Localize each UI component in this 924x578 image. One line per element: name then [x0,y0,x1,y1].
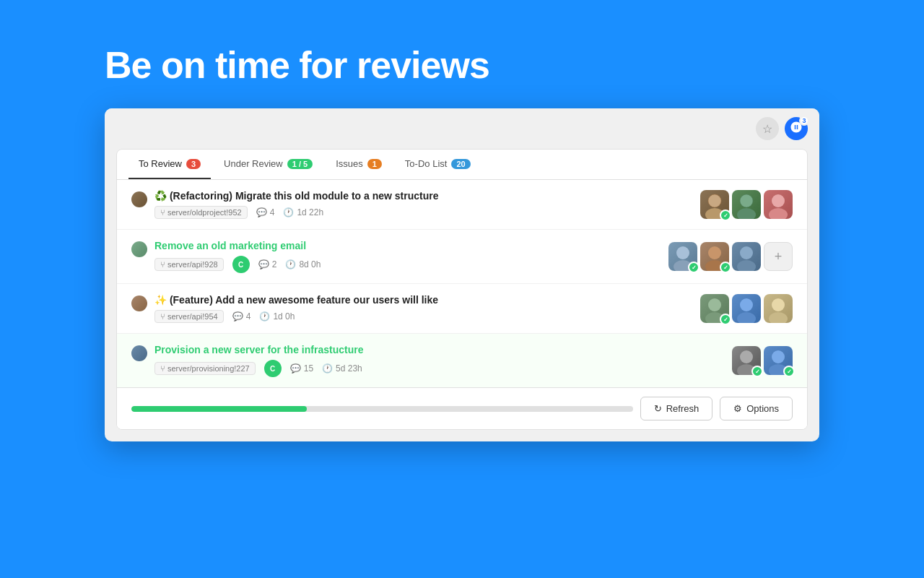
reviewer-avatar-wrap: ✓ [732,346,761,375]
svg-point-14 [708,298,721,311]
progress-bar-fill [131,406,307,412]
branch-icon: ⑂ [160,312,165,321]
check-badge: ✓ [720,210,731,221]
pr-title: Provision a new server for the infrastuc… [154,344,723,355]
reviewer-avatar-wrap [764,294,793,323]
time-elapsed: 🕐 8d 0h [285,259,321,269]
reviewer-avatar-wrap [732,190,761,219]
extension-badge: 3 [799,116,809,126]
reviewer-avatar [732,294,761,323]
reviewer-avatar-wrap: ✓ [700,190,729,219]
main-panel: To Review 3 Under Review 1 / 5 Issues 1 … [116,149,808,430]
svg-point-10 [708,246,721,259]
refresh-icon: ↻ [654,403,662,414]
table-row[interactable]: Provision a new server for the infrastuc… [117,334,807,387]
tab-todo[interactable]: To-Do List 20 [395,150,481,179]
pr-title: ✨ (Feature) Add a new awesome feature ou… [154,294,692,306]
svg-point-4 [737,208,756,219]
svg-point-6 [772,194,785,207]
pr-meta: ⑂ server/api!954 💬 4 🕐 1d 0h [154,310,692,323]
svg-point-22 [772,350,785,363]
tab-under-review[interactable]: Under Review 1 / 5 [214,150,323,179]
pr-title-icon: ♻️ [154,190,170,202]
comments-count: 💬 2 [258,259,277,269]
reviewer-avatar-wrap [764,190,793,219]
svg-point-8 [676,246,689,259]
reviewers-group: ✓ [700,294,793,323]
ci-status-icon: C [232,256,250,273]
reviewer-avatar [764,190,793,219]
pr-meta: ⑂ server/api!928 C 💬 2 🕐 8d 0h [154,256,660,273]
tab-issues-badge: 1 [367,159,382,169]
reviewer-avatar [764,294,793,323]
comment-icon: 💬 [258,259,269,269]
branch-chip: ⑂ server/oldproject!952 [154,206,248,219]
browser-toolbar: ☆ 3 [105,108,819,149]
avatar [131,241,147,257]
tab-under-review-badge: 1 / 5 [287,159,313,169]
tab-issues[interactable]: Issues 1 [326,150,392,179]
reviewers-group: ✓ ✓ [732,346,793,375]
branch-chip: ⑂ server/provisioning!227 [154,362,256,375]
svg-point-19 [769,312,788,323]
clock-icon: 🕐 [285,259,296,269]
reviewer-avatar [732,242,761,271]
tab-to-review[interactable]: To Review 3 [128,150,211,179]
svg-point-12 [740,246,753,259]
table-row[interactable]: ♻️ (Refactoring) Migrate this old module… [117,180,807,230]
more-reviewers-button[interactable]: + [764,242,793,271]
check-badge: ✓ [751,366,763,377]
tab-to-review-badge: 3 [186,159,201,169]
time-elapsed: 🕐 1d 0h [259,311,295,322]
check-badge: ✓ [720,314,731,325]
reviewer-avatar-wrap: ✓ [700,294,729,323]
table-row[interactable]: Remove an old marketing email ⑂ server/a… [117,230,807,284]
pr-info: Provision a new server for the infrastuc… [154,344,723,377]
branch-icon: ⑂ [160,260,165,269]
browser-window: ☆ 3 To Review 3 Under Review 1 / 5 Issue… [105,108,819,441]
branch-chip: ⑂ server/api!928 [154,258,224,271]
pr-title: Remove an old marketing email [154,240,660,251]
reviewer-avatar-wrap: ✓ [700,242,729,271]
ci-status-icon: C [264,360,282,377]
reviewer-avatar-wrap [732,242,761,271]
clock-icon: 🕐 [259,311,270,322]
reviewer-avatar-wrap [732,294,761,323]
hero-title: Be on time for reviews [0,0,489,108]
options-icon: ⚙ [733,403,742,414]
panel-footer: ↻ Refresh ⚙ Options [117,387,807,429]
time-elapsed: 🕐 5d 23h [322,363,362,374]
comments-count: 💬 4 [256,207,275,217]
avatar [131,191,147,207]
check-badge: ✓ [688,262,699,273]
pr-title-icon: ✨ [154,294,170,306]
refresh-button[interactable]: ↻ Refresh [640,397,713,420]
time-elapsed: 🕐 1d 22h [283,207,323,217]
pr-info: ♻️ (Refactoring) Migrate this old module… [154,190,692,219]
avatar [131,345,147,361]
clock-icon: 🕐 [283,207,294,217]
avatar [131,296,147,311]
comment-icon: 💬 [256,207,267,217]
comment-icon: 💬 [290,363,301,374]
reviewers-group: ✓ [700,190,793,219]
svg-point-18 [772,298,785,311]
tab-under-review-label: Under Review [224,158,283,169]
reviewer-avatar-wrap: ✓ [668,242,697,271]
svg-point-16 [740,298,753,311]
reviewer-avatar [732,190,761,219]
branch-icon: ⑂ [160,208,165,217]
star-icon-button[interactable]: ☆ [756,117,779,140]
svg-point-20 [740,350,753,363]
pr-list: ♻️ (Refactoring) Migrate this old module… [117,180,807,387]
tab-to-review-label: To Review [139,158,182,169]
clock-icon: 🕐 [322,363,333,374]
progress-bar [131,406,633,412]
refresh-label: Refresh [666,403,699,414]
check-badge: ✓ [720,262,731,273]
options-button[interactable]: ⚙ Options [720,397,793,420]
comments-count: 💬 4 [232,311,251,322]
extension-icon-button[interactable]: 3 [785,117,808,140]
table-row[interactable]: ✨ (Feature) Add a new awesome feature ou… [117,284,807,334]
tab-todo-label: To-Do List [405,158,448,169]
